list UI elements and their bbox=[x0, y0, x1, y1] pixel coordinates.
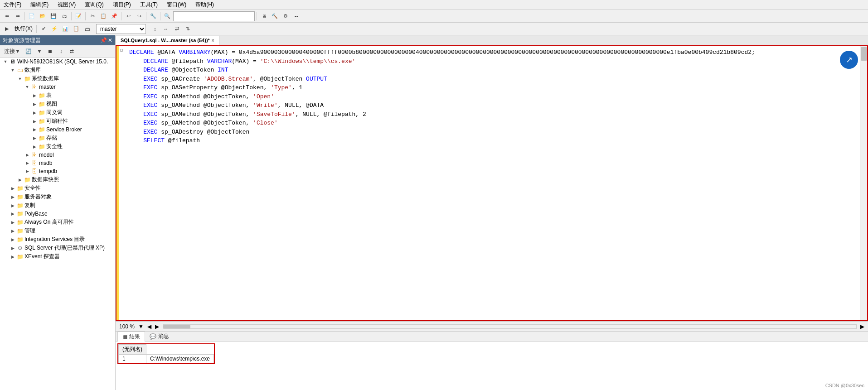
results-tab-messages[interactable]: 💬 消息 bbox=[145, 332, 174, 341]
menu-project[interactable]: 项目(P) bbox=[111, 0, 133, 9]
expand-databases[interactable]: ▼ bbox=[9, 67, 16, 74]
menu-view[interactable]: 视图(V) bbox=[56, 0, 78, 9]
btn-results2[interactable]: 📋 bbox=[71, 24, 81, 34]
tree-node-tables[interactable]: ▶ 📁 表 bbox=[0, 91, 115, 100]
btn-undo[interactable]: ↩ bbox=[123, 11, 133, 21]
tree-node-storage[interactable]: ▶ 📁 存储 bbox=[0, 134, 115, 142]
btn-save[interactable]: 💾 bbox=[48, 11, 58, 21]
tree-node-service-broker[interactable]: ▶ 📁 Service Broker bbox=[0, 125, 115, 134]
btn-results3[interactable]: 🗃 bbox=[82, 24, 92, 34]
expand-synonyms[interactable]: ▶ bbox=[31, 109, 38, 116]
expand-security[interactable]: ▶ bbox=[9, 185, 16, 192]
btn-misc5[interactable]: ⇅ bbox=[183, 24, 193, 34]
zoom-dropdown[interactable]: ▼ bbox=[138, 323, 144, 330]
menu-query[interactable]: 查询(Q) bbox=[83, 0, 105, 9]
scroll-right-btn[interactable]: ▶ bbox=[155, 323, 159, 330]
tree-node-master[interactable]: ▼ 🗄 master bbox=[0, 83, 115, 91]
execute-label[interactable]: 执行(X) bbox=[13, 25, 34, 33]
expand-model[interactable]: ▶ bbox=[24, 151, 31, 159]
fold-icon[interactable]: ⊟ bbox=[120, 47, 123, 54]
menu-tools[interactable]: 工具(T) bbox=[138, 0, 160, 9]
expand-sql-agent[interactable]: ▶ bbox=[9, 245, 16, 252]
tree-node-security[interactable]: ▶ 📁 安全性 bbox=[0, 184, 115, 193]
btn-copy[interactable]: 📋 bbox=[98, 11, 108, 21]
tree-node-server-objects[interactable]: ▶ 📁 服务器对象 bbox=[0, 193, 115, 201]
tree-node-msdb[interactable]: ▶ 🗄 msdb bbox=[0, 159, 115, 167]
btn-run[interactable]: ▶ bbox=[2, 24, 12, 34]
btn-misc4[interactable]: ⇄ bbox=[172, 24, 182, 34]
btn-cut[interactable]: ✂ bbox=[87, 11, 97, 21]
btn-parse[interactable]: ⚡ bbox=[49, 24, 59, 34]
expand-xevent[interactable]: ▶ bbox=[9, 253, 16, 260]
expand-server-objects[interactable]: ▶ bbox=[9, 193, 16, 201]
sidebar-stop[interactable]: ⏹ bbox=[45, 46, 55, 56]
expand-snapshots[interactable]: ▶ bbox=[16, 176, 24, 183]
btn-open[interactable]: 📂 bbox=[38, 11, 48, 21]
btn-redo[interactable]: ↪ bbox=[134, 11, 144, 21]
tree-node-databases[interactable]: ▼ 🗃 数据库 bbox=[0, 66, 115, 74]
tree-node-views[interactable]: ▶ 📁 视图 bbox=[0, 100, 115, 108]
expand-views[interactable]: ▶ bbox=[31, 101, 38, 108]
tree-node-replication[interactable]: ▶ 📁 复制 bbox=[0, 201, 115, 210]
tree-node-synonyms[interactable]: ▶ 📁 同义词 bbox=[0, 108, 115, 117]
search-input[interactable] bbox=[173, 11, 255, 21]
btn-misc3[interactable]: ↔ bbox=[161, 24, 171, 34]
btn-connect[interactable]: 🖥 bbox=[259, 11, 269, 21]
menu-edit[interactable]: 编辑(E) bbox=[29, 0, 50, 9]
tree-node-integration-services[interactable]: ▶ 📁 Integration Services 目录 bbox=[0, 235, 115, 244]
tree-node-model[interactable]: ▶ 🗄 model bbox=[0, 151, 115, 159]
editor-content[interactable]: ⊟ DECLARE @DATA VARBINARY(MAX) = 0x4d5a9… bbox=[119, 46, 867, 320]
connect-button[interactable]: 连接▼ bbox=[2, 46, 23, 56]
expand-master[interactable]: ▼ bbox=[24, 83, 31, 91]
expand-security-master[interactable]: ▶ bbox=[31, 143, 38, 150]
scroll-right2[interactable]: ▶ bbox=[860, 323, 864, 330]
scroll-left-btn[interactable]: ◀ bbox=[147, 323, 151, 330]
tree-node-snapshots[interactable]: ▶ 📁 数据库快照 bbox=[0, 175, 115, 184]
btn-check[interactable]: ✔ bbox=[39, 24, 48, 34]
btn-forward[interactable]: ➡ bbox=[13, 11, 23, 21]
expand-service-broker[interactable]: ▶ bbox=[31, 126, 38, 133]
btn-new-query2[interactable]: 📝 bbox=[73, 11, 83, 21]
expand-replication[interactable]: ▶ bbox=[9, 202, 16, 209]
sidebar-collapse[interactable]: ⇄ bbox=[67, 46, 77, 56]
expand-storage[interactable]: ▶ bbox=[31, 135, 38, 142]
expand-msdb[interactable]: ▶ bbox=[24, 159, 31, 167]
tree-node-management[interactable]: ▶ 📁 管理 bbox=[0, 226, 115, 235]
tree-node-security-master[interactable]: ▶ 📁 安全性 bbox=[0, 142, 115, 151]
expand-tables[interactable]: ▶ bbox=[31, 92, 38, 99]
expand-management[interactable]: ▶ bbox=[9, 227, 16, 235]
expand-polybase[interactable]: ▶ bbox=[9, 210, 16, 217]
btn-misc1[interactable]: 🔧 bbox=[148, 11, 158, 21]
btn-options[interactable]: ⚙ bbox=[281, 11, 291, 21]
btn-tools2[interactable]: 🔨 bbox=[270, 11, 280, 21]
database-select[interactable]: master bbox=[96, 24, 146, 34]
menu-file[interactable]: 文件(F) bbox=[2, 0, 23, 9]
query-tab[interactable]: SQLQuery1.sql - W....master (sa (54))* × bbox=[116, 36, 219, 45]
menu-window[interactable]: 窗口(W) bbox=[165, 0, 188, 9]
sidebar-expand[interactable]: ↕ bbox=[56, 46, 66, 56]
btn-misc2[interactable]: ↕ bbox=[150, 24, 160, 34]
btn-paste[interactable]: 📌 bbox=[109, 11, 119, 21]
btn-search[interactable]: 🔍 bbox=[162, 11, 172, 21]
sidebar-filter[interactable]: ▼ bbox=[34, 46, 44, 56]
expand-alwayson[interactable]: ▶ bbox=[9, 219, 16, 226]
tree-node-programmability[interactable]: ▶ 📁 可编程性 bbox=[0, 117, 115, 125]
tree-node-sql-agent[interactable]: ▶ ⚙ SQL Server 代理(已禁用代理 XP) bbox=[0, 244, 115, 252]
btn-results1[interactable]: 📊 bbox=[60, 24, 70, 34]
btn-more[interactable]: ▪▪ bbox=[291, 11, 301, 21]
expand-sys-dbs[interactable]: ▼ bbox=[16, 75, 24, 82]
sidebar-refresh[interactable]: 🔄 bbox=[24, 46, 34, 56]
btn-back[interactable]: ⬅ bbox=[2, 11, 12, 21]
sidebar-close[interactable]: ✕ bbox=[108, 37, 112, 43]
expand-tempdb[interactable]: ▶ bbox=[24, 168, 31, 175]
btn-save-all[interactable]: 🗂 bbox=[59, 11, 69, 21]
expand-integration-services[interactable]: ▶ bbox=[9, 236, 16, 243]
h-scroll-track[interactable] bbox=[163, 324, 857, 329]
results-tab-results[interactable]: ▦ 结果 bbox=[117, 332, 145, 342]
editor-vscroll[interactable] bbox=[860, 46, 867, 320]
tree-node-xevent[interactable]: ▶ 📁 XEvent 探查器 bbox=[0, 252, 115, 261]
tree-node-alwayson[interactable]: ▶ 📁 Always On 高可用性 bbox=[0, 218, 115, 226]
tree-node-server[interactable]: ▼ 🖥 WIN-N59J2O81SK (SQL Server 15.0. bbox=[0, 58, 115, 66]
btn-new-query[interactable]: 📄 bbox=[27, 11, 37, 21]
expand-server[interactable]: ▼ bbox=[2, 58, 9, 65]
